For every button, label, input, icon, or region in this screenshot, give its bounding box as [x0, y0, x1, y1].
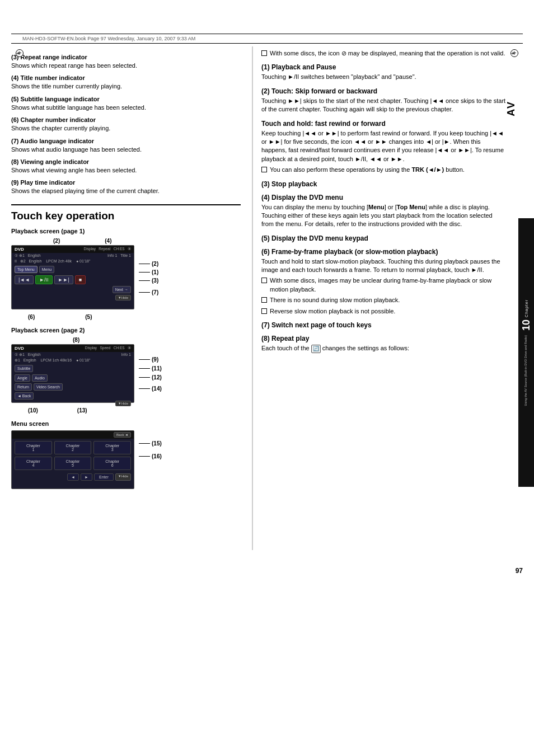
section-4-text: Shows the title number currently playing…: [11, 82, 241, 91]
dvd-label-2: DVD: [15, 346, 24, 351]
callout-right-1: (2) (1) (3) (7): [139, 245, 158, 295]
section-r1-heading: (1) Playback and Pause: [261, 63, 506, 71]
angle-btn[interactable]: Angle: [15, 374, 30, 382]
bullet-item-5: Reverse slow motion playback is not poss…: [261, 307, 506, 316]
chapter-6-btn[interactable]: Chapter6: [93, 457, 131, 470]
next-btn[interactable]: Next →: [113, 286, 131, 293]
menu-screen: Back ◄ Chapter1 Chapter2 Chapter3 Chapte…: [11, 430, 134, 489]
hide-btn-2[interactable]: ▼Hide: [115, 401, 131, 406]
screen-1-top-strip: DVD Display Repeat CH:ES ⑧: [12, 246, 134, 253]
menu-nav-fwd[interactable]: ►: [81, 473, 92, 481]
file-info-text: MAN-HD3-SOFTW-EN.book Page 97 Wednesday,…: [22, 36, 195, 41]
callout-16: (16): [139, 453, 162, 459]
chapter-4-btn[interactable]: Chapter4: [15, 457, 52, 470]
play-pause-btn[interactable]: ►/II: [35, 275, 52, 284]
callout-bottom-1: (6) (5): [28, 314, 241, 320]
bullet-icon-1: [261, 50, 267, 56]
screen-1-wrapper: DVD Display Repeat CH:ES ⑧ ① ⊕1 English …: [11, 245, 241, 312]
screen-2-hide-row: ▼Hide: [12, 400, 134, 407]
callout-1-right: (1): [139, 269, 158, 275]
callout-4-top: (4): [105, 238, 111, 244]
screen-1-info-row2: II ⊕2 English LPCM 2ch 48k ● 01'18": [12, 259, 134, 264]
screen-2-wrapper: DVD Display Speed CH:ES ⑧ ① ⊕1 English I…: [11, 344, 241, 406]
chapter-2-btn[interactable]: Chapter2: [54, 441, 92, 454]
section-4-heading: (4) Title number indicator: [11, 74, 241, 81]
section-6-heading: (6) Chapter number indicator: [11, 116, 241, 123]
section-r9: (8) Repeat play Each touch of the 🔄 chan…: [261, 335, 506, 353]
menu-btn[interactable]: Menu: [39, 266, 55, 273]
bullet-text-4: There is no sound during slow motion pla…: [270, 296, 400, 304]
menu-back-btn-top[interactable]: Back ◄: [114, 432, 131, 438]
stop-btn[interactable]: ■: [75, 275, 86, 284]
menu-enter-btn[interactable]: Enter: [94, 473, 114, 481]
skip-fwd-btn[interactable]: ►►|: [54, 275, 73, 284]
section-r4-heading: (3) Stop playback: [261, 180, 506, 188]
menu-nav-back[interactable]: ◄: [67, 473, 79, 481]
section-r4: (3) Stop playback: [261, 180, 506, 188]
callout-2-top: (2): [53, 238, 60, 244]
callout-8-top: (8): [73, 337, 241, 343]
skip-back-btn[interactable]: |◄◄: [15, 275, 34, 284]
audio-btn[interactable]: Audio: [32, 374, 48, 382]
screen-1-ctrl-row: |◄◄ ►/II ►►| ■: [12, 275, 134, 285]
callout-13-bottom: (13): [77, 407, 87, 414]
section-r6: (5) Display the DVD menu keypad: [261, 234, 506, 242]
bullet-item-4: There is no sound during slow motion pla…: [261, 296, 506, 304]
bullet-icon-2: [261, 167, 267, 172]
chapter-3-btn[interactable]: Chapter3: [93, 441, 131, 454]
bullet-text-5: Reverse slow motion playback is not poss…: [270, 307, 395, 316]
section-r8-heading: (7) Switch next page of touch keys: [261, 321, 506, 329]
chapter-number: 10: [521, 320, 532, 331]
callout-12: (12): [139, 374, 162, 381]
dvd-label-1: DVD: [15, 247, 24, 252]
section-r3-heading: Touch and hold: fast rewind or forward: [261, 120, 506, 128]
bullet-text-1: With some discs, the icon ⊘ may be displ…: [270, 49, 505, 58]
callout-5-bottom: (5): [85, 314, 92, 320]
callout-2-right: (2): [139, 261, 158, 267]
section-r2: (2) Touch: Skip forward or backward Touc…: [261, 87, 506, 114]
touch-key-heading: Touch key operation: [11, 204, 241, 222]
screen-1-next-row: Next →: [12, 285, 134, 294]
screen-2-btn-row1: Subtitle: [12, 363, 134, 374]
bullet-item-1: With some discs, the icon ⊘ may be displ…: [261, 49, 506, 58]
section-6-text: Shows the chapter currently playing.: [11, 124, 241, 133]
section-r9-heading: (8) Repeat play: [261, 335, 506, 342]
section-7-heading: (7) Audio language indicator: [11, 138, 241, 144]
chapter-sidebar: Chapter 10 Using the AV Source (Built-in…: [518, 218, 534, 487]
subtitle-btn[interactable]: Subtitle: [15, 365, 33, 372]
callout-right-menu: (15) (16): [139, 430, 162, 459]
chapter-5-btn[interactable]: Chapter5: [54, 457, 92, 470]
bullet-text-2: You can also perform these operations by…: [270, 166, 465, 174]
section-6: (6) Chapter number indicator Shows the c…: [11, 116, 241, 133]
callout-10-bottom: (10): [28, 407, 38, 414]
back-btn[interactable]: ◄ Back: [15, 392, 34, 400]
return-btn[interactable]: Return: [15, 383, 32, 391]
callout-14: (14): [139, 386, 162, 392]
left-column: (3) Repeat range indicator Shows which r…: [11, 46, 252, 550]
section-r1: (1) Playback and Pause Touching ►/II swi…: [261, 63, 506, 81]
bullet-item-2: You can also perform these operations by…: [261, 166, 506, 174]
section-r2-heading: (2) Touch: Skip forward or backward: [261, 87, 506, 95]
bullet-item-3: With some discs, images may be unclear d…: [261, 276, 506, 294]
section-r2-text: Touching ►►| skips to the start of the n…: [261, 97, 506, 114]
av-label: AV: [505, 101, 517, 116]
menu-hide-btn[interactable]: ▼Hide: [115, 473, 131, 481]
hide-btn-1[interactable]: ▼Hide: [115, 295, 131, 300]
video-search-btn[interactable]: Video Search: [34, 383, 63, 391]
callout-bottom-2: (10) (13): [28, 407, 241, 414]
section-r7-text: Touch and hold to start slow-motion play…: [261, 257, 506, 275]
bullet-icon-4: [261, 297, 267, 303]
screen-2-btn-row2: Angle Audio: [12, 374, 134, 382]
menu-nav-row: ◄ ► Enter ▼Hide: [12, 472, 134, 482]
playback-screen-1-label: Playback screen (page 1): [11, 228, 241, 234]
screen-2-btn-row3: Return Video Search: [12, 382, 134, 392]
playback-screen-2-section: Playback screen (page 2) (8) DVD Display…: [11, 327, 241, 414]
page-number: 97: [0, 567, 534, 575]
section-5-heading: (5) Subtitle language indicator: [11, 96, 241, 102]
menu-screen-section: Menu screen Back ◄ Chapter1 Chapter2: [11, 420, 241, 492]
section-3-heading: (3) Repeat range indicator: [11, 54, 241, 60]
section-r3-text: Keep touching |◄◄ or ►►| to perform fast…: [261, 129, 506, 164]
section-9-heading: (9) Play time indicator: [11, 179, 241, 186]
top-menu-btn[interactable]: Top Menu: [15, 266, 38, 273]
chapter-1-btn[interactable]: Chapter1: [15, 441, 52, 454]
